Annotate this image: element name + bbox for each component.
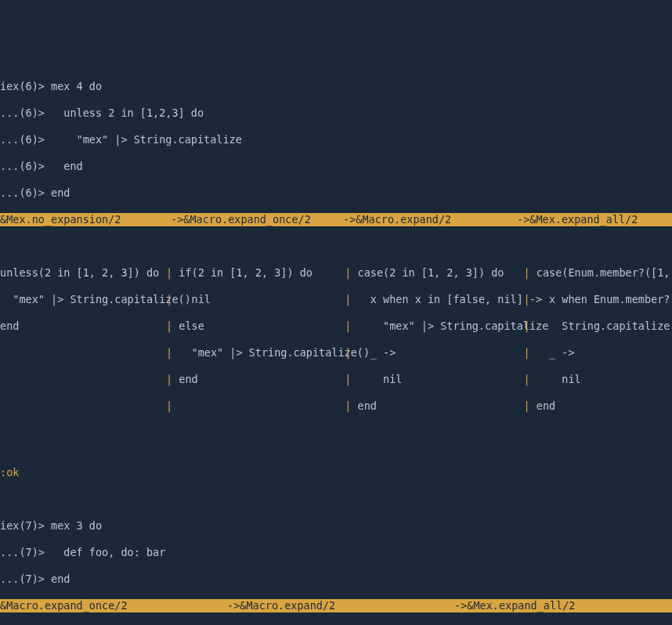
column-separator: | [166, 293, 179, 305]
header-col: &Macro.expand_once/2 [0, 599, 227, 612]
code-cell: "mex" |> String.capitalize() [0, 293, 166, 306]
column-separator: | [524, 346, 537, 359]
input-line: ...(7)> end [0, 573, 672, 586]
column-separator: | [166, 346, 179, 359]
code-cell: String.capitalize("mex [537, 320, 672, 333]
code-cell: end [179, 373, 345, 386]
input-line: iex(6)> mex 4 do [0, 80, 672, 93]
code-cell: nil [358, 373, 524, 386]
code-cell [0, 346, 166, 359]
column-separator: | [166, 266, 179, 279]
code-cell: unless(2 in [1, 2, 3]) do [0, 266, 166, 280]
code-cell: if(2 in [1, 2, 3]) do [179, 266, 345, 280]
column-separator: | [345, 266, 357, 279]
column-separator: | [166, 320, 179, 332]
expansion-body: unless(2 in [1, 2, 3]) do| if(2 in [1, 2… [0, 253, 672, 426]
code-cell: end [537, 399, 555, 413]
expansion-header: &Macro.expand_once/2->&Macro.expand/2->&… [0, 599, 672, 612]
input-line: ...(7)> def foo, do: bar [0, 546, 672, 559]
column-separator: | [345, 399, 357, 412]
header-col: ->&Macro.expand/2 [343, 213, 517, 226]
header-col: ->&Mex.expand_all/2 [517, 213, 638, 226]
column-separator: | [166, 399, 179, 412]
column-separator: | [345, 346, 357, 359]
ok-result: :ok [0, 466, 672, 479]
code-cell: else [179, 320, 345, 333]
code-cell: case(2 in [1, 2, 3]) do [358, 266, 524, 280]
input-line: ...(6)> unless 2 in [1,2,3] do [0, 107, 672, 120]
column-separator: | [524, 399, 537, 412]
column-separator: | [524, 293, 537, 305]
code-cell: case(Enum.member?([1, 2, 3 [537, 266, 672, 280]
code-cell: x when x in [false, nil] -> [358, 293, 524, 306]
code-cell: nil [537, 373, 581, 386]
blank-line [0, 439, 672, 453]
terminal-output: iex(6)> mex 4 do ...(6)> unless 2 in [1,… [0, 67, 672, 625]
column-separator: | [524, 266, 537, 279]
column-separator: | [166, 373, 179, 385]
header-col: ->&Macro.expand_once/2 [171, 213, 343, 226]
header-col: ->&Mex.expand_all/2 [454, 599, 575, 612]
header-col: &Mex.no_expansion/2 [0, 213, 171, 226]
code-cell: "mex" |> String.capitalize [358, 320, 524, 333]
code-cell: "mex" |> String.capitalize() [179, 346, 345, 359]
code-cell [179, 399, 345, 413]
code-cell: nil [179, 293, 345, 306]
code-cell [0, 399, 166, 413]
code-cell: x when Enum.member?([fal [537, 293, 672, 306]
code-cell [0, 373, 166, 386]
expansion-header: &Mex.no_expansion/2->&Macro.expand_once/… [0, 213, 672, 226]
column-separator: | [345, 373, 357, 385]
column-separator: | [524, 373, 537, 385]
code-cell: _ -> [537, 346, 575, 359]
code-cell: end [0, 320, 166, 333]
input-line: ...(6)> "mex" |> String.capitalize [0, 133, 672, 146]
column-separator: | [345, 320, 357, 332]
code-cell: _ -> [358, 346, 524, 359]
code-cell: end [358, 399, 524, 413]
header-col: ->&Macro.expand/2 [227, 599, 454, 612]
input-line: ...(6)> end [0, 186, 672, 200]
column-separator: | [524, 320, 537, 332]
input-line: ...(6)> end [0, 160, 672, 173]
input-line: iex(7)> mex 3 do [0, 519, 672, 533]
column-separator: | [345, 293, 357, 305]
